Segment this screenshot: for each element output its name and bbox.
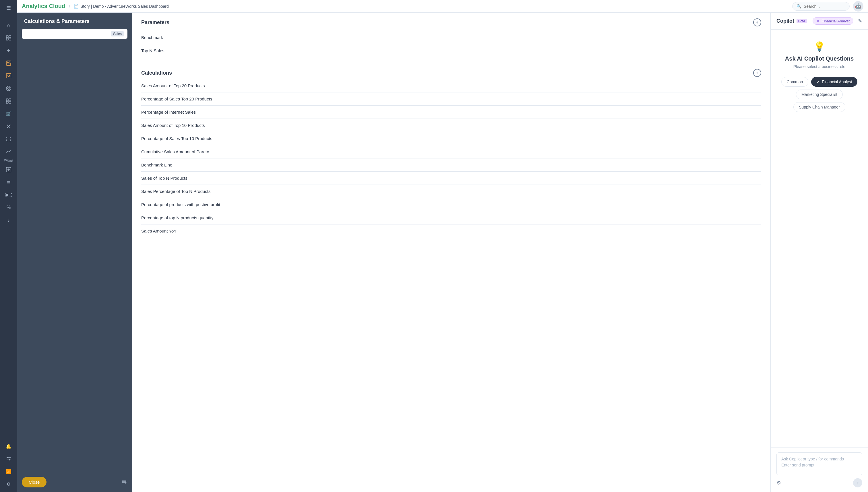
calculations-header: Calculations + (141, 63, 761, 79)
copilot-settings-icon[interactable]: ⚙ (776, 479, 781, 486)
checkmark-icon: ✓ (817, 79, 820, 84)
svg-point-24 (6, 194, 8, 196)
topbar: Analytics Cloud ‹ 📄 Story | Demo - Adven… (17, 0, 868, 13)
nav-refresh-icon[interactable] (3, 71, 14, 81)
selected-role-chip[interactable]: ✕ Financial Analyst (813, 17, 853, 25)
calculation-item[interactable]: Percentage of products with postive prof… (141, 198, 761, 211)
svg-rect-0 (6, 35, 8, 38)
role-buttons: Common✓ Financial AnalystMarketing Speci… (777, 77, 861, 112)
main-panel: Parameters + BenchmarkTop N Sales Calcul… (132, 13, 770, 492)
role-chip-label: Financial Analyst (821, 19, 850, 23)
copilot-ai-icon: 💡 (814, 41, 825, 52)
sidebar-panel: Calculations & Parameters Sales Close (17, 13, 132, 492)
nav-bell-icon[interactable]: 🔔 (3, 441, 14, 451)
parameters-title: Parameters (141, 20, 169, 26)
parameters-header: Parameters + (141, 18, 761, 26)
calculations-list: Sales Amount of Top 20 ProductsPercentag… (141, 79, 761, 238)
topbar-breadcrumb: 📄 Story | Demo - AdventureWorks Sales Da… (74, 4, 169, 8)
nav-toggle-icon[interactable] (3, 190, 14, 200)
svg-point-8 (8, 75, 9, 77)
copilot-title-group: Copilot Beta (776, 18, 807, 24)
calculation-item[interactable]: Sales of Top N Products (141, 172, 761, 185)
calculation-item[interactable]: Sales Amount YoY (141, 224, 761, 238)
svg-point-9 (6, 86, 11, 91)
calculation-item[interactable]: Sales Percentage of Top N Products (141, 185, 761, 198)
topbar-avatar[interactable]: 🤖 (853, 1, 863, 11)
svg-rect-3 (9, 38, 11, 40)
parameter-item[interactable]: Top N Sales (141, 44, 761, 57)
nav-add-icon[interactable]: + (3, 45, 14, 56)
nav-trend-icon[interactable] (3, 146, 14, 157)
nav-save-icon[interactable] (3, 58, 14, 68)
nav-list-icon[interactable] (3, 177, 14, 188)
calculation-item[interactable]: Benchmark Line (141, 158, 761, 172)
svg-rect-1 (9, 35, 11, 38)
nav-expand-icon[interactable] (3, 134, 14, 144)
copilot-body: 💡 Ask AI Copilot Questions Please select… (771, 29, 868, 447)
search-input[interactable] (804, 4, 847, 8)
calculation-item[interactable]: Percentage of Internet Sales (141, 106, 761, 119)
calculation-item[interactable]: Sales Amount of Top 10 Products (141, 119, 761, 132)
beta-badge: Beta (796, 19, 807, 23)
parameters-add-button[interactable]: + (753, 18, 761, 26)
nav-chart-add-icon[interactable] (3, 165, 14, 175)
calculation-item[interactable]: Percentage of top N products quantity (141, 211, 761, 224)
svg-rect-14 (9, 101, 11, 103)
sidebar-add-icon[interactable] (121, 478, 127, 486)
sidebar-search[interactable]: Sales (22, 29, 127, 39)
search-icon: 🔍 (796, 4, 801, 8)
topbar-back-arrow[interactable]: ‹ (69, 3, 70, 9)
copilot-placeholder-line2: Enter send prompt (781, 462, 858, 468)
edit-icon[interactable]: ✎ (858, 18, 862, 24)
svg-point-10 (7, 87, 10, 90)
nav-tools-icon[interactable] (3, 121, 14, 131)
svg-rect-12 (9, 99, 11, 101)
sidebar-footer: Close (17, 472, 132, 492)
copilot-send-button[interactable]: ↑ (853, 478, 862, 487)
svg-rect-13 (6, 101, 8, 103)
copilot-input-footer: ⚙ ↑ (776, 478, 862, 487)
calculation-item[interactable]: Percentage of Sales Top 20 Products (141, 93, 761, 106)
parameters-section: Parameters + BenchmarkTop N Sales (132, 13, 770, 63)
nav-link-icon[interactable] (3, 33, 14, 43)
nav-menu-icon[interactable]: ☰ (3, 3, 14, 13)
sidebar-search-tag: Sales (111, 31, 124, 36)
widget-section: Widget (4, 159, 13, 162)
sidebar-content (17, 43, 132, 472)
copilot-title: Copilot (776, 18, 794, 24)
svg-rect-5 (7, 61, 9, 63)
app-logo: Analytics Cloud (22, 3, 65, 9)
close-button[interactable]: Close (22, 477, 47, 487)
role-button-common[interactable]: Common (781, 77, 809, 87)
copilot-input-area[interactable]: Ask Copilot or type / for commands Enter… (776, 452, 862, 475)
copilot-subtitle: Please select a business role (793, 64, 845, 69)
role-button-marketing-specialist[interactable]: Marketing Specialist (796, 90, 843, 99)
svg-rect-6 (7, 63, 10, 65)
nav-home-icon[interactable]: ⌂ (3, 20, 14, 30)
nav-chevron-icon[interactable]: › (3, 215, 14, 225)
nav-cart-icon[interactable]: 🛒 (3, 108, 14, 119)
parameter-item[interactable]: Benchmark (141, 31, 761, 44)
role-button-financial-analyst[interactable]: ✓ Financial Analyst (811, 77, 858, 87)
nav-data-icon[interactable] (3, 83, 14, 94)
nav-wifi-icon[interactable]: 📶 (3, 466, 14, 476)
copilot-panel: Copilot Beta ✕ Financial Analyst ✎ 💡 Ask… (770, 13, 868, 492)
app-logo-text: Analytics Cloud (22, 3, 65, 9)
calculations-section: Calculations + Sales Amount of Top 20 Pr… (132, 63, 770, 492)
nav-percent-icon[interactable]: % (3, 202, 14, 213)
calculations-add-button[interactable]: + (753, 69, 761, 77)
copilot-placeholder-line1: Ask Copilot or type / for commands (781, 456, 858, 462)
topbar-search-box[interactable]: 🔍 (792, 2, 850, 10)
svg-rect-2 (6, 38, 8, 40)
breadcrumb-icon: 📄 (74, 4, 79, 8)
nav-gear-icon[interactable]: ⚙ (3, 479, 14, 489)
calculations-title: Calculations (141, 70, 172, 76)
copilot-header: Copilot Beta ✕ Financial Analyst ✎ (771, 13, 868, 29)
calculation-item[interactable]: Cumulative Sales Amount of Pareto (141, 145, 761, 158)
calculation-item[interactable]: Sales Amount of Top 20 Products (141, 79, 761, 93)
nav-sliders-icon[interactable] (3, 453, 14, 464)
nav-grid-icon[interactable] (3, 96, 14, 106)
role-button-supply-chain-manager[interactable]: Supply Chain Manager (793, 102, 845, 112)
calculation-item[interactable]: Percentage of Sales Top 10 Products (141, 132, 761, 145)
left-navigation: ☰ ⌂ + (0, 0, 17, 492)
